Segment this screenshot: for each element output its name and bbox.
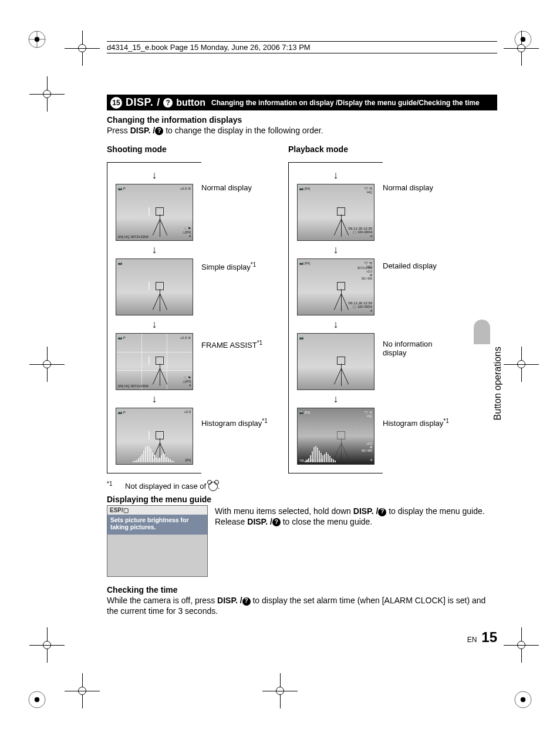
screen-shoot-histogram: 📷 P +2.0 [IN] — [116, 408, 193, 465]
help-icon: ? — [272, 518, 281, 526]
playback-mode-title: Playback mode — [288, 145, 452, 154]
checking-time-paragraph: While the camera is off, press DISP. /? … — [107, 596, 497, 616]
movie-mode-icon — [208, 482, 218, 491]
crosshair-icon — [65, 673, 100, 708]
menu-guide-paragraph: With menu items selected, hold down DISP… — [215, 506, 497, 527]
crosshair-icon — [504, 31, 539, 66]
help-icon: ? — [155, 127, 163, 135]
help-icon: ? — [242, 597, 251, 606]
arrow-down-icon: ↓ — [152, 394, 157, 404]
crosshair-icon — [65, 31, 100, 66]
changing-paragraph: Press DISP. /? to change the display in … — [107, 126, 497, 136]
button-word: button — [176, 98, 205, 108]
screen-shoot-simple: 📷 — [116, 258, 193, 315]
reg-mark-icon — [27, 29, 47, 49]
checking-time-heading: Checking the time — [107, 585, 497, 594]
header-line: d4314_15_e.book Page 15 Monday, June 26,… — [107, 41, 497, 53]
crosshair-icon — [504, 347, 539, 382]
shooting-flow: ↓ 📷 P +2.0 ⊘ [IN] HQ 3072×2304 ♡ ⚑ △[IN]… — [107, 162, 201, 473]
screen-play-normal: 📷 [IN] 🛡 ⟲ HQ '06.11.26 12:30 ▢ 100-0004… — [297, 184, 375, 241]
reg-mark-icon — [27, 690, 47, 710]
arrow-down-icon: ↓ — [333, 170, 339, 180]
svg-point-9 — [521, 697, 525, 702]
header-text: d4314_15_e.book Page 15 Monday, June 26,… — [107, 43, 311, 52]
crosshair-icon — [262, 673, 298, 708]
page-number: EN 15 — [107, 629, 497, 646]
screen-play-detailed: 📷 [IN] 🛡 ⟲ HQ 3072×2304 +2.0 ✿ ISO 400 '… — [297, 258, 375, 315]
screen-shoot-normal: 📷 P +2.0 ⊘ [IN] HQ 3072×2304 ♡ ⚑ △[IN] 4 — [116, 184, 193, 241]
section-number-badge: 15 — [110, 97, 122, 109]
help-icon: ? — [378, 508, 386, 516]
arrow-down-icon: ↓ — [152, 170, 157, 180]
screen-shoot-frame: 📷 P +2.0 ⊘ [IN] HQ 3072×2304 ♡ ⚑ △[IN] 4 — [116, 333, 193, 390]
crosshair-icon — [29, 627, 65, 663]
reg-mark-icon — [513, 690, 533, 710]
shooting-labels: Normal display Simple display*1 FRAME AS… — [201, 182, 271, 473]
arrow-down-icon: ↓ — [152, 319, 157, 330]
playback-labels: Normal display Detailed display No infor… — [383, 182, 452, 473]
arrow-down-icon: ↓ — [152, 244, 157, 255]
playback-flow: ↓ 📷 [IN] 🛡 ⟲ HQ '06.11.26 12:30 ▢ 100-00… — [288, 162, 383, 473]
screen-play-noinfo: 📷 — [297, 333, 375, 390]
side-tab-label: Button operations — [492, 347, 503, 420]
help-icon: ? — [163, 98, 173, 108]
slash: / — [157, 96, 160, 109]
arrow-down-icon: ↓ — [333, 319, 339, 330]
crosshair-icon — [29, 347, 65, 382]
changing-heading: Changing the information displays — [107, 115, 497, 125]
menu-guide-top: ESP/▢ — [107, 506, 207, 515]
svg-point-7 — [35, 697, 39, 702]
shooting-mode-title: Shooting mode — [107, 145, 271, 154]
footnote: *1 Not displayed in case of . — [107, 481, 497, 492]
menu-guide-screen: ESP/▢ Sets picture brightness for taking… — [107, 505, 208, 577]
side-tab-cap — [474, 320, 490, 344]
section-description: Changing the information on display /Dis… — [211, 99, 480, 107]
arrow-down-icon: ↓ — [333, 244, 339, 255]
disp-label: DISP. — [126, 96, 153, 109]
section-heading-bar: 15 DISP. / ? button Changing the informa… — [107, 95, 497, 110]
crosshair-icon — [504, 627, 539, 663]
arrow-down-icon: ↓ — [333, 394, 339, 404]
screen-play-histogram: 📷 [IN] 🛡 ⟲ HQ +2.0 ✿ ISO 400 '06.11.26 1… — [297, 408, 375, 465]
disp-inline: DISP. — [130, 126, 151, 135]
menu-guide-heading: Displaying the menu guide — [107, 495, 497, 504]
crosshair-icon — [29, 76, 65, 112]
menu-guide-body: Sets picture brightness for taking pictu… — [107, 515, 207, 535]
